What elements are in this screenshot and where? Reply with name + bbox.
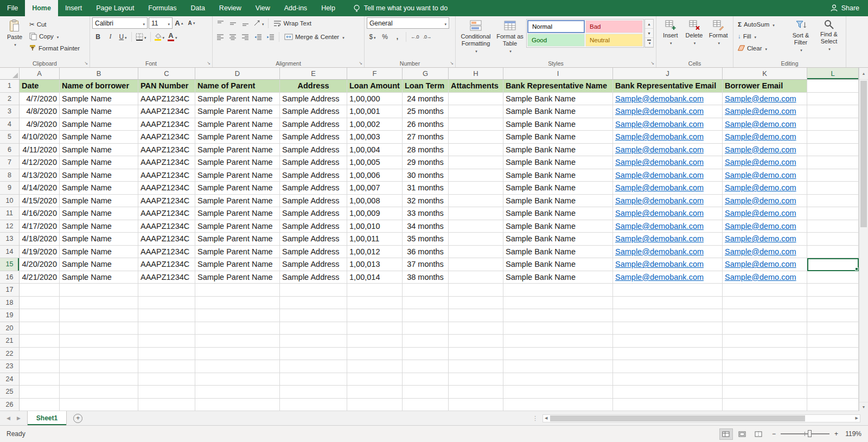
cell-D10[interactable]: Sample Parent Name bbox=[195, 195, 280, 208]
cell-K22[interactable] bbox=[723, 348, 807, 361]
cell-E3[interactable]: Sample Address bbox=[280, 105, 347, 118]
decrease-decimal-button[interactable]: .0→ bbox=[422, 31, 433, 42]
normal-view-button[interactable] bbox=[719, 428, 733, 440]
increase-indent-button[interactable] bbox=[265, 31, 276, 42]
cell-I1[interactable]: Bank Representative Name bbox=[503, 80, 613, 93]
cell-K17[interactable] bbox=[723, 284, 807, 297]
cell-J15[interactable]: Sample@demobank.com bbox=[613, 258, 723, 271]
cell-L2[interactable] bbox=[807, 93, 859, 106]
cell-K5[interactable]: Sample@demo.com bbox=[723, 131, 807, 144]
cell-I5[interactable]: Sample Bank Name bbox=[503, 131, 613, 144]
decrease-indent-button[interactable] bbox=[252, 31, 264, 42]
cell-K7[interactable]: Sample@demo.com bbox=[723, 156, 807, 169]
cell-K24[interactable] bbox=[723, 373, 807, 386]
increase-font-size-button[interactable]: A▲ bbox=[174, 17, 185, 29]
delete-cells-button[interactable]: Delete bbox=[682, 17, 706, 46]
cell-F25[interactable] bbox=[347, 386, 403, 399]
cell-I3[interactable]: Sample Bank Name bbox=[503, 105, 613, 118]
cell-E5[interactable]: Sample Address bbox=[280, 131, 347, 144]
cell-J10[interactable]: Sample@demobank.com bbox=[613, 195, 723, 208]
cell-B6[interactable]: Sample Name bbox=[60, 144, 138, 157]
row-header-10[interactable]: 10 bbox=[0, 195, 20, 208]
cell-E2[interactable]: Sample Address bbox=[280, 93, 347, 106]
cell-G25[interactable] bbox=[403, 386, 449, 399]
cell-A2[interactable]: 4/7/2020 bbox=[20, 93, 60, 106]
cell-L15[interactable] bbox=[807, 258, 859, 271]
cell-L7[interactable] bbox=[807, 156, 859, 169]
cell-A15[interactable]: 4/20/2020 bbox=[20, 258, 60, 271]
column-header-A[interactable]: A bbox=[20, 68, 60, 79]
cell-J25[interactable] bbox=[613, 386, 723, 399]
cell-D26[interactable] bbox=[195, 399, 280, 412]
cell-D14[interactable]: Sample Parent Name bbox=[195, 246, 280, 259]
cell-C13[interactable]: AAAPZ1234C bbox=[138, 233, 195, 246]
row-header-4[interactable]: 4 bbox=[0, 118, 20, 131]
cell-E7[interactable]: Sample Address bbox=[280, 156, 347, 169]
align-middle-button[interactable] bbox=[227, 17, 239, 29]
cell-K15[interactable]: Sample@demo.com bbox=[723, 258, 807, 271]
cell-H24[interactable] bbox=[449, 373, 503, 386]
format-as-table-button[interactable]: Format as Table bbox=[494, 17, 526, 55]
cell-D1[interactable]: Name of Parent bbox=[195, 80, 280, 93]
row-header-18[interactable]: 18 bbox=[0, 297, 20, 310]
zoom-out-button[interactable]: − bbox=[772, 430, 776, 438]
cell-D20[interactable] bbox=[195, 322, 280, 335]
number-dialog-launcher[interactable] bbox=[450, 61, 454, 66]
cell-A14[interactable]: 4/19/2020 bbox=[20, 246, 60, 259]
cell-I17[interactable] bbox=[503, 284, 613, 297]
cell-I4[interactable]: Sample Bank Name bbox=[503, 118, 613, 131]
cell-B10[interactable]: Sample Name bbox=[60, 195, 138, 208]
cell-L17[interactable] bbox=[807, 284, 859, 297]
cell-B13[interactable]: Sample Name bbox=[60, 233, 138, 246]
cell-G23[interactable] bbox=[403, 360, 449, 373]
cell-G13[interactable]: 35 months bbox=[403, 233, 449, 246]
cell-B3[interactable]: Sample Name bbox=[60, 105, 138, 118]
cell-H10[interactable] bbox=[449, 195, 503, 208]
cell-B23[interactable] bbox=[60, 360, 138, 373]
cell-A24[interactable] bbox=[20, 373, 60, 386]
column-header-B[interactable]: B bbox=[60, 68, 138, 79]
copy-button[interactable]: Copy bbox=[27, 30, 82, 42]
cell-D23[interactable] bbox=[195, 360, 280, 373]
cell-A17[interactable] bbox=[20, 284, 60, 297]
cell-G14[interactable]: 36 months bbox=[403, 246, 449, 259]
cell-D25[interactable] bbox=[195, 386, 280, 399]
cell-H25[interactable] bbox=[449, 386, 503, 399]
cell-B18[interactable] bbox=[60, 297, 138, 310]
cell-E23[interactable] bbox=[280, 360, 347, 373]
cell-F12[interactable]: 1,00,010 bbox=[347, 220, 403, 233]
cell-L12[interactable] bbox=[807, 220, 859, 233]
cell-I10[interactable]: Sample Bank Name bbox=[503, 195, 613, 208]
cell-F21[interactable] bbox=[347, 335, 403, 348]
cell-I9[interactable]: Sample Bank Name bbox=[503, 182, 613, 195]
cell-H22[interactable] bbox=[449, 348, 503, 361]
scroll-up-button[interactable]: ▲ bbox=[859, 68, 868, 80]
cell-A5[interactable]: 4/10/2020 bbox=[20, 131, 60, 144]
cell-D22[interactable] bbox=[195, 348, 280, 361]
cell-G11[interactable]: 33 months bbox=[403, 207, 449, 220]
insert-cells-button[interactable]: Insert bbox=[659, 17, 682, 46]
cell-H18[interactable] bbox=[449, 297, 503, 310]
cell-B11[interactable]: Sample Name bbox=[60, 207, 138, 220]
cell-C3[interactable]: AAAPZ1234C bbox=[138, 105, 195, 118]
cell-C15[interactable]: AAAPZ1234C bbox=[138, 258, 195, 271]
cell-K9[interactable]: Sample@demo.com bbox=[723, 182, 807, 195]
cell-A6[interactable]: 4/11/2020 bbox=[20, 144, 60, 157]
cell-H21[interactable] bbox=[449, 335, 503, 348]
row-header-9[interactable]: 9 bbox=[0, 182, 20, 195]
cell-A3[interactable]: 4/8/2020 bbox=[20, 105, 60, 118]
cell-F3[interactable]: 1,00,001 bbox=[347, 105, 403, 118]
cell-G16[interactable]: 38 months bbox=[403, 271, 449, 284]
cell-A19[interactable] bbox=[20, 309, 60, 322]
page-layout-view-button[interactable] bbox=[736, 428, 749, 440]
cell-L5[interactable] bbox=[807, 131, 859, 144]
orientation-button[interactable] bbox=[252, 17, 265, 29]
cell-A26[interactable] bbox=[20, 399, 60, 412]
cell-F7[interactable]: 1,00,005 bbox=[347, 156, 403, 169]
cell-G24[interactable] bbox=[403, 373, 449, 386]
sort-filter-button[interactable]: Sort & Filter bbox=[787, 17, 815, 54]
cell-I8[interactable]: Sample Bank Name bbox=[503, 169, 613, 182]
cell-A20[interactable] bbox=[20, 322, 60, 335]
cell-A12[interactable]: 4/17/2020 bbox=[20, 220, 60, 233]
cell-F11[interactable]: 1,00,009 bbox=[347, 207, 403, 220]
